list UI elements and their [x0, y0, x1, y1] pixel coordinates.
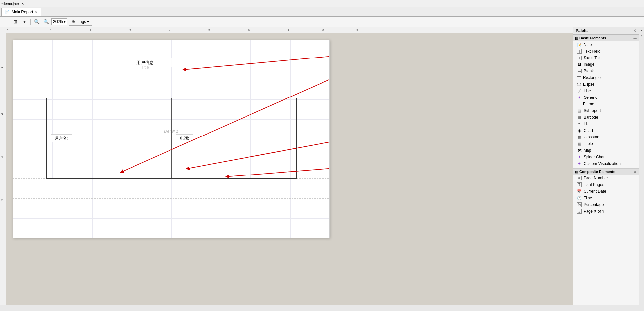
composite-elements-header[interactable]: ▤ Composite Elements ◂▸	[573, 168, 639, 175]
ruler-h-9: 9	[356, 29, 358, 32]
list-icon: ≡	[577, 122, 582, 126]
rectangle-icon	[577, 76, 581, 79]
palette-item-totalpages[interactable]: T Total Pages	[573, 181, 639, 188]
palette-item-frame-label: Frame	[583, 102, 594, 106]
frame-icon	[577, 103, 581, 105]
detail-col-left[interactable]: 用户名:	[47, 98, 172, 178]
mini-btn-1[interactable]: ◂	[639, 28, 644, 33]
ruler-v-2: 2	[0, 113, 3, 115]
customvis-icon: ✦	[577, 161, 582, 166]
palette-item-note[interactable]: 📝 Note	[573, 41, 639, 48]
toolbar-minimize-btn[interactable]: —	[2, 18, 10, 26]
palette-item-table-label: Table	[584, 141, 593, 146]
ruler-v-4: 4	[0, 199, 3, 201]
basic-elements-header[interactable]: ▤ Basic Elements ◂▸	[573, 35, 639, 41]
ruler-h-2: 2	[90, 29, 91, 32]
chinese-title-element[interactable]: 用户信息	[112, 58, 178, 67]
palette-item-break[interactable]: — Break	[573, 68, 639, 74]
username-label-element[interactable]: 用户名:	[51, 136, 72, 141]
palette-item-pagenumber[interactable]: # Page Number	[573, 175, 639, 181]
summary-section[interactable]	[13, 179, 329, 199]
pagexofy-icon: #	[577, 209, 582, 214]
zoom-value: 200%	[53, 19, 63, 24]
ruler-h-5: 5	[208, 29, 210, 32]
palette-item-generic-label: Generic	[584, 95, 597, 100]
palette-item-spiderchart-label: Spider Chart	[584, 155, 606, 159]
toolbar-dropdown-btn[interactable]: ▾	[20, 18, 28, 26]
palette-item-currentdate[interactable]: 📅 Current Date	[573, 188, 639, 195]
basic-elements-toggle[interactable]: ◂▸	[633, 36, 637, 40]
zoom-dropdown-icon[interactable]: ▾	[64, 19, 66, 24]
basic-elements-label: Basic Elements	[579, 36, 606, 40]
detail-section[interactable]: Detail 1 用户名:	[13, 83, 329, 179]
toolbar-zoom-in-btn[interactable]: 🔍	[42, 18, 50, 26]
status-bar	[0, 305, 644, 311]
palette-item-time-label: Time	[584, 196, 592, 200]
design-canvas[interactable]: 用户信息 Title Detail 1	[6, 33, 573, 305]
ruler-h-3: 3	[129, 29, 131, 32]
palette-close-button[interactable]: ×	[634, 28, 636, 33]
palette-item-chart[interactable]: ◉ Chart	[573, 127, 639, 134]
palette-item-textfield[interactable]: T Text Field	[573, 48, 639, 55]
composite-elements-toggle[interactable]: ◂▸	[633, 170, 637, 174]
palette-item-statictext-label: Static Text	[584, 56, 602, 60]
palette-item-rectangle[interactable]: Rectangle	[573, 74, 639, 81]
palette-item-break-label: Break	[584, 69, 594, 73]
palette-item-generic[interactable]: ✦ Generic	[573, 94, 639, 101]
title-section[interactable]: 用户信息 Title	[13, 40, 329, 83]
palette-item-note-label: Note	[584, 42, 592, 47]
toolbar-zoom-out-btn[interactable]: 🔍	[33, 18, 41, 26]
palette-item-pagexofy[interactable]: # Page X of Y	[573, 208, 639, 214]
palette-item-percentage[interactable]: % Percentage	[573, 201, 639, 208]
subreport-icon: ▤	[577, 108, 582, 113]
palette-item-customvis[interactable]: ✦ Custom Visualization	[573, 160, 639, 167]
phone-label-element[interactable]: 电话:	[176, 136, 193, 141]
report-page[interactable]: 用户信息 Title Detail 1	[13, 40, 330, 238]
mini-btn-2[interactable]: ◂	[639, 33, 644, 38]
settings-button[interactable]: Settings ▾	[69, 18, 92, 26]
palette-item-statictext[interactable]: T Static Text	[573, 55, 639, 61]
ruler-h-6: 6	[248, 29, 250, 32]
main-report-tab[interactable]: 📄 Main Report ×	[1, 8, 41, 16]
map-icon: 🗺	[577, 148, 582, 153]
palette-item-table[interactable]: ▦ Table	[573, 140, 639, 147]
title-bar: *demo.jrxml ×	[0, 0, 644, 7]
palette-item-image[interactable]: 🖼 Image	[573, 61, 639, 68]
palette-item-time[interactable]: 🕐 Time	[573, 195, 639, 201]
palette-item-list[interactable]: ≡ List	[573, 121, 639, 127]
title-bar-close[interactable]: ×	[22, 2, 24, 6]
palette-item-map[interactable]: 🗺 Map	[573, 147, 639, 154]
palette-item-ellipse[interactable]: Ellipse	[573, 81, 639, 88]
ruler-h-content: 0 1 2 3 4 5 6 7 8 9	[6, 27, 573, 33]
note-icon: 📝	[577, 42, 582, 47]
tab-close-button[interactable]: ×	[35, 10, 37, 14]
palette-item-chart-label: Chart	[584, 128, 593, 133]
palette-item-totalpages-label: Total Pages	[584, 182, 604, 187]
palette-item-barcode[interactable]: ▤ Barcode	[573, 114, 639, 121]
title-bar-text: *demo.jrxml	[1, 2, 20, 6]
palette-item-crosstab[interactable]: ▦ Crosstab	[573, 134, 639, 140]
palette-item-map-label: Map	[584, 148, 591, 153]
canvas-area[interactable]: 0 1 2 3 4 5 6 7 8 9 1 2 3 4	[0, 27, 573, 305]
toolbar: — ⊞ ▾ 🔍 🔍 200% ▾ Settings ▾	[0, 17, 644, 27]
palette-item-pagexofy-label: Page X of Y	[584, 209, 605, 214]
detail-table[interactable]: 用户名: 电话:	[46, 98, 297, 179]
zoom-control[interactable]: 200% ▾	[51, 18, 67, 25]
detail-table-inner: 用户名: 电话:	[47, 98, 296, 178]
ruler-h-8: 8	[322, 29, 324, 32]
palette-item-line[interactable]: ╱ Line	[573, 88, 639, 94]
palette-item-frame[interactable]: Frame	[573, 101, 639, 107]
ruler-v-1: 1	[0, 67, 3, 68]
palette-item-textfield-label: Text Field	[584, 49, 600, 54]
totalpages-icon: T	[577, 182, 582, 187]
palette-item-list-label: List	[584, 122, 590, 126]
toolbar-grid-btn[interactable]: ⊞	[11, 18, 19, 26]
detail-col-right[interactable]: 电话:	[172, 98, 297, 178]
palette-item-spiderchart[interactable]: ✦ Spider Chart	[573, 154, 639, 160]
toolbar-separator-1	[30, 19, 31, 25]
palette-item-ellipse-label: Ellipse	[583, 82, 594, 87]
basic-elements-collapse-icon: ▤	[575, 36, 578, 40]
palette-item-subreport[interactable]: ▤ Subreport	[573, 107, 639, 114]
palette-item-line-label: Line	[584, 89, 591, 93]
palette-item-customvis-label: Custom Visualization	[584, 161, 621, 166]
